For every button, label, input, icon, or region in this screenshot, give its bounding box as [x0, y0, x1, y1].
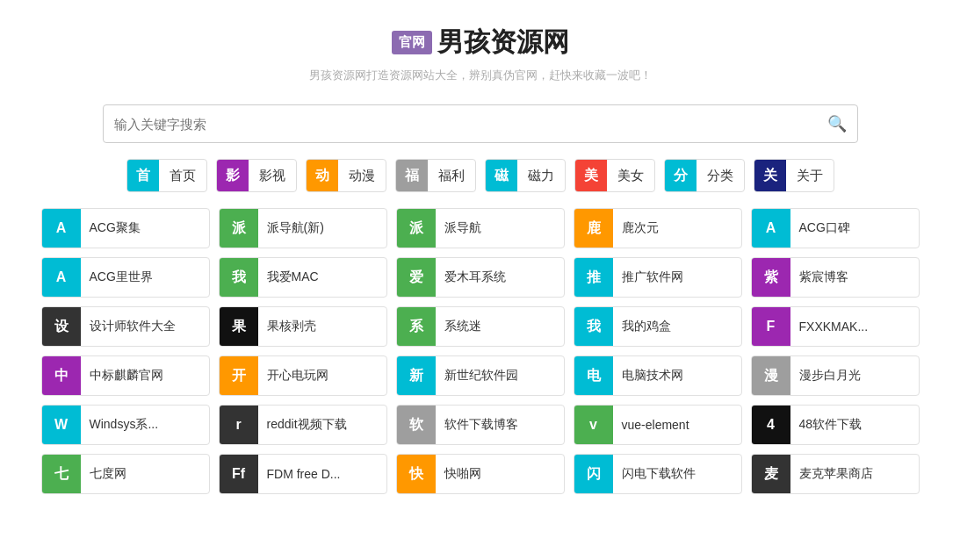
- site-name: 中标麒麟官网: [81, 368, 172, 384]
- site-icon: 设: [42, 306, 81, 347]
- site-name: 果核剥壳: [258, 319, 325, 334]
- site-name: 派导航(新): [258, 220, 333, 236]
- site-name: ACG里世界: [81, 269, 162, 285]
- subtitle: 男孩资源网打造资源网站大全，辨别真伪官网，赶快来收藏一波吧！: [0, 68, 960, 83]
- site-card[interactable]: 紫 紫宸博客: [751, 257, 920, 298]
- site-icon: 派: [220, 208, 258, 248]
- nav-label: 美女: [607, 168, 654, 184]
- nav-row: 首 首页 影 影视 动 动漫 福 福利 磁 磁力 美 美女 分 分类 关 关于: [0, 159, 960, 192]
- site-icon: 麦: [752, 454, 790, 494]
- site-card[interactable]: 软 软件下载博客: [396, 405, 565, 445]
- site-card[interactable]: 4 48软件下载: [751, 405, 920, 445]
- site-name: FXXKMAK...: [790, 319, 877, 334]
- nav-label: 首页: [159, 168, 206, 184]
- site-icon: 派: [397, 208, 436, 248]
- site-name: ACG口碑: [790, 220, 859, 236]
- site-icon: Ff: [220, 454, 258, 494]
- site-name: vue-element: [613, 418, 698, 432]
- nav-item[interactable]: 分 分类: [664, 159, 745, 192]
- site-card[interactable]: r reddit视频下载: [219, 405, 387, 445]
- site-card[interactable]: 派 派导航(新): [219, 208, 387, 248]
- site-name: 闪电下载软件: [613, 466, 704, 482]
- site-card[interactable]: 爱 爱木耳系统: [396, 257, 565, 298]
- guan-badge: 官网: [392, 31, 432, 54]
- nav-icon: 影: [217, 160, 249, 191]
- site-name: 设计师软件大全: [81, 319, 184, 334]
- search-bar: 🔍: [103, 104, 858, 143]
- site-card[interactable]: 我 我的鸡盒: [574, 306, 742, 347]
- site-name: 快啪网: [436, 466, 490, 482]
- site-icon: 我: [574, 306, 613, 347]
- site-name: 48软件下载: [790, 417, 871, 433]
- site-icon: 系: [397, 306, 436, 347]
- site-name: 电脑技术网: [613, 368, 692, 384]
- site-card[interactable]: A ACG聚集: [41, 208, 210, 248]
- nav-item[interactable]: 首 首页: [126, 159, 207, 192]
- site-card[interactable]: 电 电脑技术网: [574, 355, 742, 396]
- nav-item[interactable]: 磁 磁力: [485, 159, 566, 192]
- nav-item[interactable]: 影 影视: [216, 159, 297, 192]
- site-icon: 开: [220, 355, 258, 396]
- site-name: 鹿次元: [613, 220, 668, 236]
- title-row: 官网 男孩资源网: [0, 25, 960, 61]
- site-card[interactable]: 新 新世纪软件园: [396, 355, 565, 396]
- site-grid: A ACG聚集 派 派导航(新) 派 派导航 鹿 鹿次元 A ACG口碑 A A…: [41, 208, 920, 494]
- nav-icon: 分: [665, 160, 697, 191]
- site-card[interactable]: W Windsys系...: [41, 405, 210, 445]
- site-icon: 软: [397, 405, 436, 445]
- site-icon: 紫: [752, 257, 790, 298]
- site-card[interactable]: F FXXKMAK...: [751, 306, 920, 347]
- site-card[interactable]: v vue-element: [574, 405, 742, 445]
- site-name: reddit视频下载: [258, 417, 356, 433]
- site-card[interactable]: 派 派导航: [396, 208, 565, 248]
- site-icon: W: [42, 405, 81, 445]
- site-card[interactable]: 鹿 鹿次元: [574, 208, 742, 248]
- nav-icon: 首: [127, 160, 159, 191]
- site-card[interactable]: 我 我爱MAC: [219, 257, 387, 298]
- site-name: 新世纪软件园: [436, 368, 527, 384]
- site-card[interactable]: 推 推广软件网: [574, 257, 742, 298]
- site-card[interactable]: 系 系统迷: [396, 306, 565, 347]
- site-icon: 快: [397, 454, 436, 494]
- nav-item[interactable]: 关 关于: [754, 159, 834, 192]
- site-name: 紫宸博客: [790, 269, 857, 285]
- nav-item[interactable]: 美 美女: [574, 159, 655, 192]
- site-name: FDM free D...: [258, 467, 350, 481]
- search-input[interactable]: [114, 117, 827, 132]
- site-card[interactable]: Ff FDM free D...: [219, 454, 387, 494]
- site-card[interactable]: 漫 漫步白月光: [751, 355, 920, 396]
- site-icon: r: [220, 405, 258, 445]
- site-card[interactable]: 七 七度网: [41, 454, 210, 494]
- nav-icon: 关: [754, 160, 786, 191]
- search-button[interactable]: 🔍: [827, 114, 847, 133]
- site-title: 男孩资源网: [437, 25, 569, 61]
- site-icon: 闪: [574, 454, 613, 494]
- site-name: 软件下载博客: [436, 417, 527, 433]
- site-card[interactable]: 闪 闪电下载软件: [574, 454, 742, 494]
- site-name: 系统迷: [436, 319, 490, 334]
- site-icon: A: [42, 257, 81, 298]
- site-name: 爱木耳系统: [436, 269, 515, 285]
- site-card[interactable]: 果 果核剥壳: [219, 306, 387, 347]
- nav-label: 关于: [786, 168, 834, 184]
- site-name: 我的鸡盒: [613, 319, 680, 334]
- site-card[interactable]: 快 快啪网: [396, 454, 565, 494]
- nav-item[interactable]: 福 福利: [395, 159, 476, 192]
- site-icon: 4: [752, 405, 790, 445]
- site-card[interactable]: 开 开心电玩网: [219, 355, 387, 396]
- header: 官网 男孩资源网 男孩资源网打造资源网站大全，辨别真伪官网，赶快来收藏一波吧！: [0, 0, 960, 104]
- site-name: 七度网: [81, 466, 135, 482]
- nav-icon: 磁: [486, 160, 517, 191]
- nav-item[interactable]: 动 动漫: [306, 159, 386, 192]
- site-card[interactable]: 中 中标麒麟官网: [41, 355, 210, 396]
- nav-icon: 福: [396, 160, 428, 191]
- site-name: ACG聚集: [81, 220, 149, 236]
- site-card[interactable]: 设 设计师软件大全: [41, 306, 210, 347]
- nav-label: 动漫: [338, 168, 386, 184]
- nav-label: 分类: [697, 168, 744, 184]
- site-name: 推广软件网: [613, 269, 692, 285]
- site-icon: 鹿: [574, 208, 613, 248]
- site-card[interactable]: A ACG里世界: [41, 257, 210, 298]
- site-card[interactable]: 麦 麦克苹果商店: [751, 454, 920, 494]
- site-card[interactable]: A ACG口碑: [751, 208, 920, 248]
